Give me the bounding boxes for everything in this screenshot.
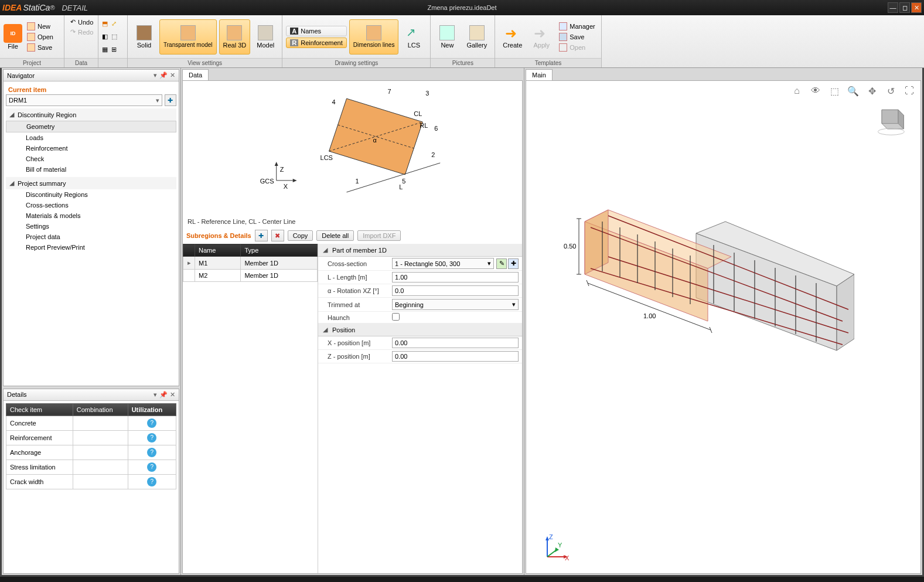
toggle-icon[interactable]: ⤢ (111, 20, 117, 28)
property-panel: ◢Part of member 1D Cross-section 1 - Rec… (318, 244, 522, 573)
rotate-icon[interactable]: ↺ (884, 84, 897, 97)
subregions-title: Subregions & Details (186, 232, 251, 239)
svg-text:1: 1 (355, 178, 359, 185)
details-row: Crack width? (6, 474, 176, 489)
toggle-icon[interactable]: ⊞ (111, 46, 117, 53)
template-save-button[interactable]: Save (557, 32, 597, 42)
current-item-dropdown[interactable]: DRM1▾ (6, 94, 162, 106)
x-position-input[interactable] (392, 338, 519, 348)
diagram-legend: RL - Reference Line, CL - Center Line (183, 216, 522, 227)
nav-item[interactable]: Discontinuity Regions (6, 189, 176, 200)
gallery-button[interactable]: Gallery (462, 19, 491, 55)
fullscreen-icon[interactable]: ⛶ (903, 84, 916, 97)
nav-item[interactable]: Geometry (6, 121, 176, 132)
data-tab[interactable]: Data (182, 69, 209, 80)
cross-section-select[interactable]: 1 - Rectangle 500, 300▾ (392, 258, 494, 269)
info-icon[interactable]: ? (147, 418, 156, 428)
info-icon[interactable]: ? (147, 448, 156, 457)
maximize-button[interactable]: ◻ (899, 2, 910, 13)
nav-item[interactable]: Loads (6, 132, 176, 143)
toggle-icon[interactable]: ▦ (102, 46, 108, 53)
create-template-button[interactable]: ➜Create (499, 19, 526, 55)
haunch-checkbox[interactable] (392, 313, 400, 321)
add-subregion-button[interactable]: ✚ (255, 230, 268, 241)
add-cross-section-icon[interactable]: ✚ (508, 258, 519, 269)
grid-row[interactable]: ▸M1Member 1D (183, 257, 318, 270)
select-icon[interactable]: ⬚ (828, 84, 841, 97)
grid-row[interactable]: M2Member 1D (183, 270, 318, 282)
undo-button[interactable]: ↶ Undo (68, 18, 96, 26)
nav-item[interactable]: Reinforcement (6, 143, 176, 154)
delete-all-button[interactable]: Delete all (316, 230, 354, 241)
new-button[interactable]: New (25, 22, 56, 31)
dimension-lines-button[interactable]: Dimension lines (349, 19, 399, 55)
product-name: DETAIL (62, 4, 88, 12)
file-button[interactable]: File (8, 43, 18, 50)
svg-text:CL: CL (414, 110, 422, 117)
panel-close-icon[interactable]: ✕ (170, 391, 175, 399)
delete-subregion-button[interactable]: ✖ (271, 230, 284, 241)
svg-text:Z: Z (280, 166, 284, 173)
real-3d-button[interactable]: Real 3D (219, 19, 251, 55)
template-open-button[interactable]: Open (557, 43, 597, 52)
solid-button[interactable]: Solid (131, 19, 157, 55)
svg-text:X: X (565, 554, 570, 561)
redo-button[interactable]: ↷ Redo (68, 28, 96, 36)
info-icon[interactable]: ? (147, 477, 156, 486)
zoom-icon[interactable]: 🔍 (847, 84, 860, 97)
svg-text:4: 4 (332, 98, 336, 105)
lcs-button[interactable]: ↗LCS (401, 19, 427, 55)
svg-marker-29 (837, 274, 854, 350)
nav-item[interactable]: Report Preview/Print (6, 242, 176, 253)
edit-cross-section-icon[interactable]: ✎ (496, 258, 507, 269)
apply-template-button[interactable]: ➜Apply (529, 19, 554, 55)
import-dxf-button[interactable]: Import DXF (357, 230, 401, 241)
pin-icon[interactable]: 📌 (159, 391, 168, 399)
new-picture-button[interactable]: New (434, 19, 460, 55)
length-input[interactable] (392, 272, 519, 283)
info-icon[interactable]: ? (147, 433, 156, 443)
minimize-button[interactable]: — (888, 2, 898, 13)
toggle-icon[interactable]: ⬒ (102, 20, 108, 28)
brand-logo: IDEA (2, 3, 22, 12)
nav-item[interactable]: Bill of material (6, 164, 176, 175)
nav-item[interactable]: Check (6, 154, 176, 164)
panel-menu-icon[interactable]: ▾ (154, 391, 157, 399)
home-view-icon[interactable]: ⌂ (790, 84, 803, 97)
close-button[interactable]: ✕ (911, 2, 922, 13)
info-icon[interactable]: ? (147, 462, 156, 472)
nav-item[interactable]: Project data (6, 232, 176, 242)
nav-item[interactable]: Cross-sections (6, 200, 176, 210)
toggle-icon[interactable]: ◧ (102, 33, 108, 40)
nav-item[interactable]: Materials & models (6, 210, 176, 221)
nav-item[interactable]: Settings (6, 221, 176, 232)
names-toggle[interactable]: ANames (286, 26, 347, 36)
toggle-icon[interactable]: ⬚ (111, 33, 117, 40)
3d-viewport[interactable]: ⌂ 👁 ⬚ 🔍 ✥ ↺ ⛶ (526, 80, 921, 574)
panel-close-icon[interactable]: ✕ (170, 72, 175, 79)
rotation-input[interactable] (392, 285, 519, 296)
pan-icon[interactable]: ✥ (865, 84, 878, 97)
transparent-model-button[interactable]: Transparent model (159, 19, 217, 55)
trimmed-select[interactable]: Beginning▾ (392, 299, 519, 310)
nav-group[interactable]: ◢Project summary (6, 177, 176, 189)
svg-text:X: X (284, 183, 288, 190)
svg-text:1.00: 1.00 (643, 312, 656, 319)
save-button[interactable]: Save (25, 43, 56, 52)
details-row: Reinforcement? (6, 430, 176, 445)
copy-button[interactable]: Copy (288, 230, 313, 241)
reinforcement-toggle[interactable]: RReinforcement (286, 38, 347, 48)
view-cube[interactable] (874, 104, 906, 137)
subregions-grid[interactable]: NameType ▸M1Member 1DM2Member 1D (183, 244, 318, 282)
svg-text:RL: RL (420, 122, 428, 129)
main-tab[interactable]: Main (526, 69, 553, 80)
template-manager-button[interactable]: Manager (557, 22, 597, 31)
eye-icon[interactable]: 👁 (809, 84, 822, 97)
open-button[interactable]: Open (25, 32, 56, 42)
nav-group[interactable]: ◢Discontinuity Region (6, 108, 176, 121)
z-position-input[interactable] (392, 351, 519, 362)
pin-icon[interactable]: 📌 (159, 72, 168, 79)
add-item-button[interactable]: ✚ (165, 94, 176, 106)
model-button[interactable]: Model (253, 19, 278, 55)
panel-menu-icon[interactable]: ▾ (154, 72, 157, 79)
